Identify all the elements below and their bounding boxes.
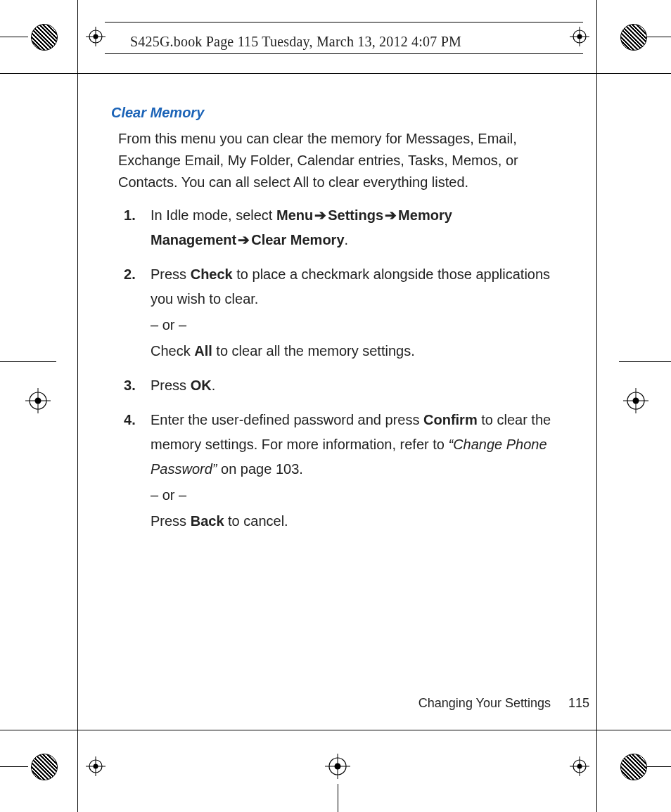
crop-line bbox=[0, 73, 671, 74]
ui-label: All bbox=[194, 343, 212, 359]
crop-line bbox=[77, 0, 78, 812]
header-rule bbox=[105, 22, 583, 22]
page-footer: Changing Your Settings 115 bbox=[0, 696, 671, 711]
step-text: . bbox=[212, 378, 216, 393]
step-text: on page 103. bbox=[221, 461, 303, 477]
registration-mark-icon bbox=[86, 756, 106, 776]
step-text: to clear all the memory settings. bbox=[212, 343, 415, 359]
step-4: Enter the user-defined password and pres… bbox=[118, 408, 568, 534]
ui-label: Menu bbox=[276, 207, 313, 223]
ui-label: Check bbox=[191, 266, 233, 282]
page-body: Clear Memory From this menu you can clea… bbox=[111, 102, 568, 543]
page-slug: S425G.book Page 115 Tuesday, March 13, 2… bbox=[130, 34, 461, 50]
crop-line bbox=[596, 0, 597, 812]
corner-disc-icon bbox=[620, 754, 647, 780]
step-1: In Idle mode, select Menu➔Settings➔Memor… bbox=[118, 203, 568, 252]
registration-mark-icon bbox=[570, 27, 589, 46]
arrow-icon: ➔ bbox=[236, 232, 251, 247]
step-3: Press OK. bbox=[118, 373, 568, 398]
registration-mark-icon bbox=[325, 754, 350, 779]
crop-tick bbox=[647, 766, 671, 767]
page-number: 115 bbox=[554, 696, 589, 711]
step-text: . bbox=[345, 232, 349, 247]
ui-label: Clear Memory bbox=[251, 232, 344, 247]
ui-label: Settings bbox=[328, 207, 383, 223]
or-divider: – or – bbox=[151, 313, 568, 337]
arrow-icon: ➔ bbox=[313, 207, 328, 223]
corner-disc-icon bbox=[620, 24, 647, 51]
step-text: Press bbox=[151, 378, 191, 393]
crop-tick bbox=[0, 766, 28, 767]
crop-tick bbox=[0, 37, 28, 37]
crop-line bbox=[0, 730, 671, 730]
step-text: Press bbox=[151, 266, 191, 282]
ui-label: OK bbox=[191, 378, 212, 393]
intro-paragraph: From this menu you can clear the memory … bbox=[118, 128, 568, 193]
section-heading: Clear Memory bbox=[111, 102, 568, 124]
step-text: Press bbox=[151, 513, 191, 529]
ui-label: Back bbox=[191, 513, 224, 529]
footer-chapter: Changing Your Settings bbox=[418, 696, 551, 710]
registration-mark-icon bbox=[25, 388, 51, 413]
crop-tick bbox=[338, 784, 338, 812]
crop-tick bbox=[619, 361, 671, 362]
registration-mark-icon bbox=[623, 388, 648, 413]
arrow-icon: ➔ bbox=[383, 207, 398, 223]
step-2: Press Check to place a checkmark alongsi… bbox=[118, 262, 568, 363]
header-rule bbox=[105, 53, 583, 54]
registration-mark-icon bbox=[86, 27, 106, 46]
corner-disc-icon bbox=[31, 24, 58, 51]
step-text: to cancel. bbox=[224, 513, 288, 529]
corner-disc-icon bbox=[31, 754, 58, 780]
or-divider: – or – bbox=[151, 483, 568, 508]
step-text: Check bbox=[151, 343, 194, 359]
step-list: In Idle mode, select Menu➔Settings➔Memor… bbox=[118, 203, 568, 534]
step-text: Enter the user-defined password and pres… bbox=[151, 412, 423, 427]
registration-mark-icon bbox=[570, 756, 589, 776]
crop-tick bbox=[0, 361, 56, 362]
crop-tick bbox=[647, 37, 671, 37]
step-text: In Idle mode, select bbox=[151, 207, 276, 223]
ui-label: Confirm bbox=[423, 412, 478, 427]
